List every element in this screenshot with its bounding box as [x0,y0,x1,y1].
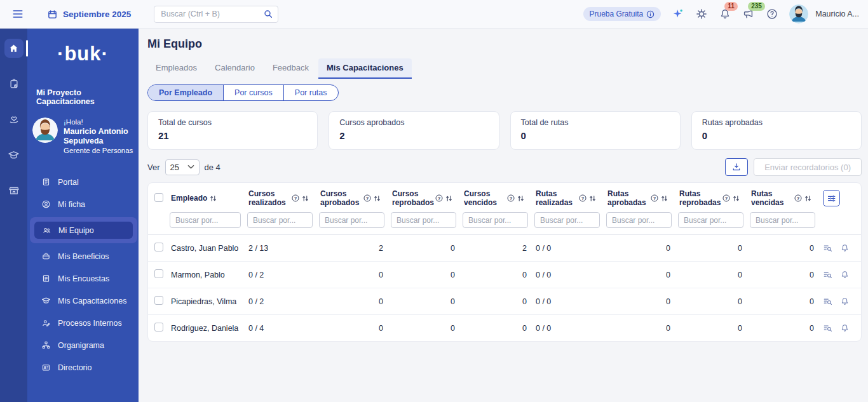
sort-icon[interactable] [804,195,811,202]
announcements-megaphone-icon[interactable]: 235 [742,8,755,20]
sidebar-item-mis-beneficios[interactable]: Mis Beneficios [27,245,139,267]
help-icon[interactable] [766,8,778,20]
col-header-cursos-reprobados[interactable]: Cursos reprobados ? [391,183,463,211]
user-name[interactable]: Mauricio A... [815,10,859,18]
filter-rutas-aprobadas-input[interactable] [606,212,672,228]
view-detail-icon[interactable] [823,297,832,306]
storefront-icon[interactable] [4,181,24,200]
summary-cards: Total de cursos 21 Cursos aprobados 2 To… [147,111,862,150]
ai-sparkle-icon[interactable] [672,8,684,20]
filter-empleado-input[interactable] [170,212,241,228]
card-rutas-aprobadas: Rutas aprobadas 0 [691,111,862,150]
view-detail-icon[interactable] [823,323,832,333]
filter-rutas-reprobadas-input[interactable] [678,212,743,228]
help-icon[interactable]: ? [794,194,802,202]
sidebar-item-portal[interactable]: Portal [27,171,139,193]
filter-cursos-aprobados-input[interactable] [319,212,384,228]
trial-badge[interactable]: Prueba Gratuita [583,7,661,21]
clipboard-tasks-icon[interactable] [4,74,24,93]
help-icon[interactable]: ? [579,194,587,202]
tab-feedback[interactable]: Feedback [264,58,317,79]
col-header-rutas-realizadas[interactable]: Rutas realizadas ? [534,183,606,211]
send-reminders-button[interactable]: Enviar recordatorios (0) [754,158,862,176]
sidebar-user-role: Gerente de Personas [64,146,135,156]
sort-icon[interactable] [210,195,217,202]
col-header-cursos-vencidos[interactable]: Cursos vencidos ? [463,183,534,211]
help-icon[interactable]: ? [651,194,658,202]
notifications-bell-icon[interactable]: 11 [719,8,731,20]
help-icon[interactable]: ? [435,194,443,202]
sidebar-item-organigrama[interactable]: Organigrama [27,334,139,356]
cell-rutas-reprobadas: 0 [678,235,750,262]
cell-cursos-aprobados: 0 [319,262,391,288]
page-size-select[interactable]: 25 [165,159,200,175]
row-checkbox[interactable] [154,323,163,332]
pill-por-cursos[interactable]: Por cursos [224,85,284,100]
sidebar-item-procesos-internos[interactable]: Procesos Internos [27,312,139,334]
view-detail-icon[interactable] [823,270,832,279]
row-checkbox[interactable] [154,269,163,278]
select-all-checkbox[interactable] [154,193,163,202]
reminder-bell-icon[interactable] [840,270,850,279]
tab-mis-capacitaciones[interactable]: Mis Capacitaciones [318,58,412,79]
sort-icon[interactable] [661,195,668,202]
reminder-bell-icon[interactable] [840,323,850,333]
cell-rutas-realizadas: 0 / 0 [534,288,606,315]
svg-text:?: ? [653,196,656,201]
filter-rutas-realizadas-input[interactable] [534,212,600,228]
card-value: 0 [702,130,851,141]
card-value: 2 [339,130,488,141]
download-button[interactable] [725,158,748,176]
home-icon[interactable] [4,39,24,58]
sidebar-item-mis-capacitaciones[interactable]: Mis Capacitaciones [27,290,139,312]
sidebar-user-block: ¡Hola! Mauricio Antonio Sepulveda Gerent… [32,117,135,156]
filter-cursos-realizados-input[interactable] [247,212,313,228]
sort-icon[interactable] [302,195,309,202]
sort-icon[interactable] [733,195,740,202]
col-header-rutas-reprobadas[interactable]: Rutas reprobadas ? [678,183,750,211]
global-search-input[interactable] [154,6,278,23]
user-avatar[interactable] [789,4,808,23]
col-header-cursos-realizados[interactable]: Cursos realizados ? [247,183,319,211]
col-header-rutas-vencidas[interactable]: Rutas vencidas ? [750,183,822,211]
graduation-cap-icon[interactable] [4,145,24,164]
view-detail-icon[interactable] [823,243,832,253]
sort-icon[interactable] [589,195,596,202]
gear-icon[interactable] [695,8,708,20]
sidebar-item-mi-equipo[interactable]: Mi Equipo [34,222,133,239]
filter-cursos-vencidos-input[interactable] [463,212,528,228]
cell-rutas-aprobadas: 0 [606,262,678,288]
reminder-bell-icon[interactable] [840,243,850,253]
sidebar-item-directorio[interactable]: Directorio [27,356,139,379]
col-header-rutas-aprobadas[interactable]: Rutas aprobadas ? [606,183,678,211]
sort-icon[interactable] [445,195,452,202]
survey-document-icon [41,274,51,283]
search-icon[interactable] [263,9,273,19]
tab-calendario[interactable]: Calendario [207,58,263,79]
filter-cursos-reprobados-input[interactable] [391,212,456,228]
sort-icon[interactable] [374,195,381,202]
sidebar-item-mis-encuestas[interactable]: Mis Encuestas [27,267,139,290]
column-settings-button[interactable] [823,190,840,206]
col-header-empleado[interactable]: Empleado [170,183,247,211]
sidebar-item-mi-ficha[interactable]: Mi ficha [27,193,139,215]
table-filter-row [148,211,861,235]
tab-empleados[interactable]: Empleados [147,58,205,79]
col-header-cursos-aprobados[interactable]: Cursos aprobados ? [319,183,391,211]
hamburger-menu-icon[interactable] [11,8,24,20]
row-checkbox[interactable] [154,243,163,251]
help-icon[interactable]: ? [507,194,515,202]
project-title: Mi Proyecto Capacitaciones [36,88,132,106]
row-checkbox[interactable] [154,296,163,305]
hand-heart-icon[interactable] [4,110,24,129]
pill-por-empleado[interactable]: Por Empleado [148,85,224,100]
filter-rutas-vencidas-input[interactable] [750,212,815,228]
card-cursos-aprobados: Cursos aprobados 2 [329,111,499,150]
help-icon[interactable]: ? [363,194,371,202]
period-selector[interactable]: Septiembre 2025 [47,9,131,20]
help-icon[interactable]: ? [722,194,730,202]
reminder-bell-icon[interactable] [840,297,850,306]
help-icon[interactable]: ? [292,194,299,202]
pill-por-rutas[interactable]: Por rutas [284,85,338,100]
sort-icon[interactable] [517,195,524,202]
